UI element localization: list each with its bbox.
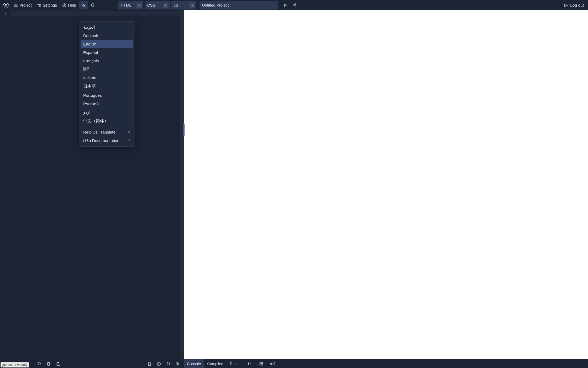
theme-toggle[interactable] <box>89 1 97 9</box>
project-menu-label: Project <box>19 3 32 7</box>
lang-item-ur[interactable]: اردو <box>81 108 133 116</box>
redo-icon <box>37 362 41 366</box>
help-menu-label: Help <box>68 3 76 7</box>
compiled-tab-label: Compiled <box>207 362 223 366</box>
copy-image-button[interactable] <box>54 360 62 368</box>
menu-separator <box>81 127 133 127</box>
logo-icon <box>2 2 10 8</box>
editor-pane: 1 العربية Deutsch English Español França… <box>0 10 184 359</box>
lang-label: Ру́сский <box>83 101 99 106</box>
tab-js-dropdown[interactable] <box>190 3 195 8</box>
play-icon <box>283 3 287 7</box>
file-code-icon <box>147 362 151 366</box>
info-button[interactable] <box>155 360 163 368</box>
lang-label: English <box>83 42 97 47</box>
lang-label: 中文（简体） <box>83 118 108 124</box>
tests-tab-label: Tests <box>229 362 238 366</box>
settings-menu[interactable]: Settings <box>35 2 59 8</box>
console-tab-label: Console <box>187 362 201 366</box>
chevron-down-icon <box>164 4 167 7</box>
compiled-tab[interactable]: Compiled <box>204 359 226 368</box>
chevron-down-icon <box>191 4 194 7</box>
external-link-icon <box>127 130 131 134</box>
help-translate-link[interactable]: Help Us Translate <box>81 128 133 136</box>
logout-button[interactable]: Log out <box>561 2 586 9</box>
redo-button[interactable] <box>35 360 43 368</box>
console-tab[interactable]: Console <box>184 359 204 368</box>
chevron-down-icon <box>138 4 141 7</box>
preview-pane[interactable] <box>184 10 588 359</box>
tab-css-label: CSS <box>147 3 155 7</box>
format-button[interactable] <box>164 360 172 368</box>
lang-item-ar[interactable]: العربية <box>81 23 133 32</box>
clipboard-image-icon <box>56 362 60 366</box>
lang-label: اردو <box>83 110 90 115</box>
moon-icon <box>91 3 95 7</box>
editor-tab-group: HTML CSS JS <box>118 1 196 9</box>
settings-menu-label: Settings <box>43 3 57 7</box>
editor-settings-button[interactable] <box>174 360 182 368</box>
share-icon <box>292 3 297 7</box>
clipboard-icon <box>46 362 51 366</box>
tab-html[interactable]: HTML <box>118 1 143 9</box>
lang-label: Français <box>83 59 99 63</box>
broadcast-button[interactable] <box>269 360 277 368</box>
code-line-active <box>10 11 184 16</box>
lang-item-hi[interactable]: हिंदी <box>81 65 133 74</box>
i18n-docs-link[interactable]: i18n Documentation <box>81 136 133 145</box>
lang-item-ru[interactable]: Ру́сский <box>81 100 133 108</box>
app-logo[interactable] <box>2 1 10 10</box>
lang-label: العربية <box>83 25 95 30</box>
tests-tab[interactable]: Tests <box>226 359 242 368</box>
lang-label: 日本語 <box>83 84 96 89</box>
menu-icon <box>14 3 18 7</box>
help-translate-label: Help Us Translate <box>83 130 116 135</box>
lang-item-es[interactable]: Español <box>81 48 133 57</box>
svg-point-5 <box>64 6 65 6</box>
project-menu[interactable]: Project <box>12 2 34 8</box>
lang-item-ja[interactable]: 日本語 <box>81 82 133 91</box>
tab-js[interactable]: JS <box>171 1 196 9</box>
broadcast-icon <box>270 362 275 366</box>
lang-item-fr[interactable]: Français <box>81 57 133 65</box>
svg-point-15 <box>177 363 178 364</box>
pane-splitter[interactable] <box>183 123 185 136</box>
tab-js-label: JS <box>174 3 178 7</box>
project-title-input[interactable] <box>200 1 278 9</box>
logout-label: Log out <box>570 3 584 8</box>
bottom-right-tools: Console Compiled Tests 1× <box>184 359 588 368</box>
gear-icon <box>176 362 180 366</box>
fullscreen-button[interactable] <box>257 360 265 368</box>
share-button[interactable] <box>290 1 299 9</box>
lang-item-it[interactable]: Italiano <box>81 74 133 82</box>
minimap-gutter[interactable] <box>180 10 184 359</box>
lang-item-zh[interactable]: 中文（简体） <box>81 116 133 126</box>
external-link-icon <box>127 139 131 142</box>
svg-point-17 <box>272 363 273 364</box>
main-area: 1 العربية Deutsch English Español França… <box>0 10 588 359</box>
language-button[interactable] <box>79 1 88 9</box>
lang-item-de[interactable]: Deutsch <box>81 32 133 40</box>
sliders-icon <box>37 3 41 7</box>
i18n-docs-label: i18n Documentation <box>83 138 119 143</box>
braces-icon <box>166 362 170 366</box>
logout-icon <box>564 3 568 7</box>
lang-label: हिंदी <box>83 67 90 72</box>
export-code-button[interactable] <box>145 360 153 368</box>
tab-css[interactable]: CSS <box>145 1 170 9</box>
translate-icon <box>81 3 86 8</box>
lang-item-en[interactable]: English <box>81 40 133 48</box>
tab-css-dropdown[interactable] <box>163 3 168 8</box>
zoom-level[interactable]: 1× <box>245 362 254 366</box>
status-link-tooltip: javascript:void(0) <box>1 362 29 367</box>
lang-label: Español <box>83 50 98 55</box>
lang-item-pt[interactable]: Português <box>81 91 133 100</box>
toolbar-right: Log out <box>561 2 586 9</box>
copy-button[interactable] <box>45 360 52 368</box>
line-number: 1 <box>0 11 10 16</box>
tab-html-dropdown[interactable] <box>136 3 142 8</box>
help-menu[interactable]: Help <box>60 2 78 8</box>
run-button[interactable] <box>281 1 289 9</box>
help-icon <box>62 3 66 7</box>
fullscreen-icon <box>259 362 263 366</box>
